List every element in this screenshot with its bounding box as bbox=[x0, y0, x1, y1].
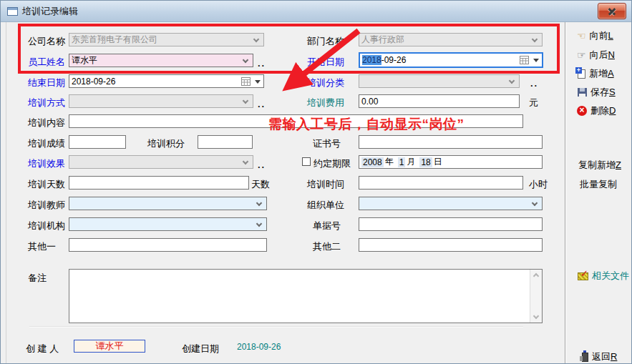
days-field[interactable] bbox=[69, 176, 249, 190]
org-unit-combobox[interactable] bbox=[359, 197, 543, 210]
creator-label: 创 建 人 bbox=[26, 343, 59, 355]
remarks-scrollbar[interactable] bbox=[530, 270, 542, 323]
hours-field[interactable] bbox=[359, 176, 523, 190]
end-date-field[interactable]: 2018-09-26 bbox=[69, 74, 264, 88]
teacher-combobox[interactable] bbox=[69, 197, 267, 210]
other1-label: 其他一 bbox=[28, 240, 56, 253]
toolbar-separator bbox=[565, 22, 566, 363]
employee-label: 员工姓名 bbox=[28, 56, 65, 69]
start-date-rest: -09-26 bbox=[381, 55, 407, 65]
copy-new-button[interactable]: 复制新增Z bbox=[578, 159, 621, 172]
other2-field[interactable] bbox=[359, 238, 543, 252]
remarks-label: 备注 bbox=[28, 272, 47, 285]
days-unit-label: 天数 bbox=[251, 178, 270, 191]
chevron-down-icon bbox=[256, 221, 262, 227]
institution-combobox[interactable] bbox=[69, 217, 267, 231]
employee-browse-button[interactable]: .. bbox=[258, 58, 266, 69]
chevron-down-icon bbox=[532, 36, 538, 42]
method-label: 培训方式 bbox=[28, 97, 65, 109]
chevron-down-icon bbox=[243, 57, 248, 63]
cert-no-field[interactable] bbox=[359, 135, 543, 149]
agreed-period-checkbox[interactable] bbox=[302, 157, 311, 166]
created-date-label: 创建日期 bbox=[182, 343, 219, 355]
scroll-up-button[interactable] bbox=[530, 270, 543, 280]
effect-label: 培训效果 bbox=[28, 157, 65, 170]
category-select bbox=[359, 74, 520, 88]
delete-button[interactable]: 删除D bbox=[577, 104, 616, 117]
back-button[interactable]: 返回R bbox=[582, 350, 617, 363]
doc-no-label: 单据号 bbox=[313, 220, 341, 232]
delete-circle-icon bbox=[577, 106, 587, 116]
score-label: 培训成绩 bbox=[28, 137, 65, 150]
points-label: 培训积分 bbox=[147, 137, 185, 150]
institution-label: 培训机构 bbox=[28, 220, 65, 232]
chevron-down-icon bbox=[243, 159, 248, 164]
created-date-value: 2018-09-26 bbox=[237, 342, 281, 352]
score-field[interactable] bbox=[69, 135, 126, 149]
cert-no-label: 证书号 bbox=[313, 137, 341, 150]
floppy-icon bbox=[578, 88, 587, 97]
creator-field[interactable]: 谭水平 bbox=[74, 340, 145, 353]
hours-label: 培训时间 bbox=[307, 178, 344, 191]
department-label: 部门名称 bbox=[307, 35, 344, 48]
agreed-day-unit: 日 bbox=[434, 156, 442, 168]
department-select: 人事行政部 bbox=[359, 33, 543, 46]
close-button[interactable] bbox=[598, 3, 626, 19]
calendar-icon bbox=[241, 77, 251, 88]
nav-prev-button[interactable]: ☜ 向前L bbox=[577, 29, 613, 42]
chevron-down-icon bbox=[243, 98, 248, 104]
training-record-edit-dialog: 培训记录编辑 公司名称 东莞首翔电子有限公司 部门名称 人事行政部 员工姓名 谭… bbox=[0, 0, 632, 364]
doc-no-field[interactable] bbox=[359, 217, 543, 231]
company-select: 东莞首翔电子有限公司 bbox=[69, 33, 264, 46]
save-button[interactable]: 保存S bbox=[578, 86, 616, 99]
cost-label: 培训费用 bbox=[307, 97, 344, 109]
department-value: 人事行政部 bbox=[361, 34, 404, 46]
new-doc-icon bbox=[578, 69, 585, 79]
agreed-month-unit: 月 bbox=[407, 156, 415, 168]
effect-browse-button[interactable]: .. bbox=[258, 159, 266, 170]
employee-value: 谭水平 bbox=[72, 54, 97, 67]
teacher-label: 培训教师 bbox=[28, 199, 65, 212]
batch-copy-button[interactable]: 批量复制 bbox=[580, 178, 617, 191]
chevron-down-icon bbox=[533, 313, 539, 319]
add-button[interactable]: 新增A bbox=[578, 67, 614, 80]
date-dropdown-arrow[interactable] bbox=[255, 80, 261, 87]
effect-select bbox=[69, 155, 253, 169]
title-bar: 培训记录编辑 bbox=[1, 1, 631, 22]
related-files-button[interactable]: 相关文件 bbox=[578, 270, 629, 282]
company-value: 东莞首翔电子有限公司 bbox=[72, 34, 157, 46]
company-label: 公司名称 bbox=[28, 35, 65, 48]
method-browse-button[interactable]: .. bbox=[258, 99, 266, 109]
other2-label: 其他二 bbox=[313, 240, 341, 253]
content-field[interactable] bbox=[69, 114, 523, 128]
start-date-label: 开始日期 bbox=[307, 56, 344, 69]
category-browse-button[interactable]: .. bbox=[530, 78, 538, 89]
nav-next-button[interactable]: ☞ 向后N bbox=[577, 49, 615, 62]
chevron-down-icon bbox=[509, 78, 515, 84]
other1-field[interactable] bbox=[69, 238, 267, 252]
content-label: 培训内容 bbox=[28, 117, 65, 129]
agreed-day: 18 bbox=[419, 157, 432, 167]
hand-right-icon: ☞ bbox=[577, 50, 586, 60]
days-label: 培训天数 bbox=[28, 178, 65, 191]
chevron-down-icon bbox=[253, 36, 259, 42]
agreed-period-field[interactable]: 2008 年 1 月 18 日 bbox=[359, 155, 543, 169]
agreed-month: 1 bbox=[398, 157, 406, 167]
end-date-value: 2018-09-26 bbox=[72, 77, 115, 87]
close-icon bbox=[608, 7, 616, 16]
points-field[interactable] bbox=[198, 135, 253, 149]
window-icon bbox=[7, 7, 18, 16]
date-dropdown-arrow[interactable] bbox=[533, 59, 539, 65]
hand-left-icon: ☜ bbox=[577, 31, 586, 41]
scroll-down-button[interactable] bbox=[530, 312, 543, 323]
hours-unit-label: 小时 bbox=[529, 178, 548, 191]
employee-combobox[interactable]: 谭水平 bbox=[69, 54, 253, 67]
cost-field[interactable]: 0.00 bbox=[359, 94, 520, 108]
horizontal-divider bbox=[29, 326, 523, 328]
remarks-textarea[interactable] bbox=[69, 269, 543, 323]
calendar-icon bbox=[520, 56, 529, 67]
end-date-label: 结束日期 bbox=[28, 77, 65, 89]
org-unit-label: 组织单位 bbox=[307, 199, 344, 212]
start-date-field[interactable]: 2018-09-26 bbox=[359, 52, 543, 68]
agreed-year: 2008 bbox=[361, 157, 384, 167]
